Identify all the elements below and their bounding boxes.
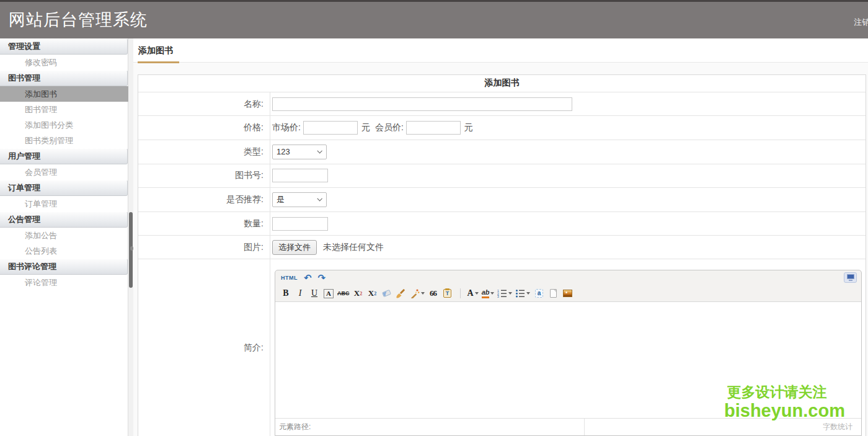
anchor-icon[interactable]: a	[533, 287, 544, 300]
tab-active-indicator	[138, 61, 179, 63]
dropdown-caret-icon	[508, 292, 512, 295]
chevron-down-icon	[317, 148, 322, 153]
sidebar-section-notices[interactable]: 公告管理	[0, 211, 128, 228]
form-row-type: 类型: 123	[138, 140, 866, 164]
new-page-icon[interactable]	[547, 287, 559, 300]
paste-as-text-icon[interactable]: T	[442, 287, 453, 300]
watermark: 更多设计请关注 bisheyun.com	[724, 385, 830, 420]
recommend-select-value: 是	[277, 194, 285, 205]
sidebar-item-change-password[interactable]: 修改密码	[0, 55, 128, 70]
font-style-icon[interactable]: A	[324, 289, 334, 298]
undo-icon[interactable]: ↶	[304, 272, 312, 283]
sidebar-item-add-book[interactable]: 添加图书	[0, 86, 133, 102]
quantity-label: 数量:	[138, 212, 270, 236]
strikethrough-icon[interactable]: ABC	[337, 287, 350, 300]
svg-text:3: 3	[497, 295, 499, 298]
insert-image-icon[interactable]	[562, 287, 573, 300]
member-price-label: 会员价:	[375, 122, 404, 133]
sidebar-menu: 管理设置 修改密码 图书管理 添加图书 图书管理 添加图书分类 图书类别管理 用…	[0, 38, 128, 436]
sidebar-item-book-manage[interactable]: 图书管理	[0, 102, 128, 117]
element-path-label: 元素路径:	[279, 419, 311, 435]
intro-label: 简介:	[138, 259, 270, 436]
type-select-value: 123	[277, 147, 290, 156]
unordered-list-icon[interactable]	[515, 287, 530, 300]
toolbar-separator	[460, 288, 461, 298]
sidebar-section-comments[interactable]: 图书评论管理	[0, 259, 128, 275]
watermark-url: bisheyun.com	[724, 401, 830, 420]
dropdown-caret-icon	[490, 292, 494, 295]
app-title: 网站后台管理系统	[9, 9, 148, 31]
recommend-label: 是否推荐:	[138, 188, 270, 211]
file-status-text: 未选择任何文件	[323, 242, 384, 253]
underline-icon[interactable]: U	[309, 287, 320, 300]
quantity-input[interactable]	[272, 217, 328, 231]
superscript-icon[interactable]: X2	[353, 287, 364, 300]
html-source-icon[interactable]: HTML	[281, 275, 298, 281]
sidebar-item-comment-manage[interactable]: 评论管理	[0, 275, 128, 290]
form-row-book-no: 图书号:	[138, 164, 866, 189]
add-book-form: 添加图书 名称: 价格: 市场价: 元 会员价: 元 类型: 123	[138, 74, 866, 436]
member-price-unit: 元	[464, 122, 473, 133]
recommend-select[interactable]: 是	[272, 192, 327, 207]
sidebar-item-book-category-manage[interactable]: 图书类别管理	[0, 133, 128, 148]
monitor-stand	[849, 280, 852, 281]
sidebar-item-member-manage[interactable]: 会员管理	[0, 164, 128, 180]
eraser-icon[interactable]	[381, 287, 392, 300]
sidebar-item-add-book-category[interactable]: 添加图书分类	[0, 117, 128, 133]
sidebar-section-settings[interactable]: 管理设置	[0, 38, 128, 55]
form-row-name: 名称:	[138, 92, 866, 117]
type-select[interactable]: 123	[272, 145, 327, 159]
form-row-quantity: 数量:	[138, 212, 866, 236]
editor-toolbar-row1: HTML ↶ ↷	[275, 270, 861, 285]
sidebar-section-users[interactable]: 用户管理	[0, 148, 128, 164]
sidebar-scrollbar-grip[interactable]	[130, 246, 133, 251]
bold-icon[interactable]: B	[280, 287, 291, 300]
dropdown-caret-icon	[421, 292, 425, 295]
status-bar-divider	[584, 419, 585, 435]
market-price-input[interactable]	[303, 121, 358, 135]
fullscreen-icon[interactable]	[844, 272, 857, 283]
paint-brush-icon[interactable]	[396, 287, 407, 300]
logout-link[interactable]: 注销	[854, 17, 868, 28]
editor-toolbar-row2: B I U A ABC X2 X2	[275, 285, 861, 301]
sidebar-section-orders[interactable]: 订单管理	[0, 180, 128, 196]
choose-file-button[interactable]: 选择文件	[272, 240, 317, 255]
main-content: 添加图书 添加图书 名称: 价格: 市场价: 元 会员价: 元 类型:	[133, 38, 868, 436]
name-input[interactable]	[272, 97, 572, 111]
tab-add-book[interactable]: 添加图书	[138, 38, 173, 63]
member-price-input[interactable]	[406, 121, 461, 135]
watermark-text: 更多设计请关注	[724, 385, 830, 401]
ordered-list-icon[interactable]: 1 2 3	[497, 287, 512, 300]
magic-wand-icon[interactable]	[410, 287, 425, 300]
blockquote-icon[interactable]: 66	[428, 287, 439, 300]
top-header: 网站后台管理系统 注销	[0, 0, 868, 38]
font-color-icon[interactable]: A	[467, 287, 479, 300]
word-count-label: 字数统计	[823, 419, 852, 435]
book-no-input[interactable]	[272, 169, 328, 182]
market-price-unit: 元	[361, 122, 370, 133]
sidebar-item-order-manage[interactable]: 订单管理	[0, 196, 128, 211]
subscript-icon[interactable]: X2	[367, 287, 378, 300]
form-row-recommend: 是否推荐: 是	[138, 188, 866, 212]
market-price-label: 市场价:	[272, 122, 301, 133]
form-title: 添加图书	[138, 75, 866, 92]
dropdown-caret-icon	[526, 292, 530, 295]
italic-icon[interactable]: I	[294, 287, 306, 300]
image-label: 图片:	[138, 236, 270, 259]
redo-icon[interactable]: ↷	[318, 272, 326, 283]
dropdown-caret-icon	[475, 292, 479, 295]
price-label: 价格:	[138, 116, 270, 140]
type-label: 类型:	[138, 140, 270, 164]
form-row-image: 图片: 选择文件 未选择任何文件	[138, 236, 866, 259]
sidebar-item-notice-list[interactable]: 公告列表	[0, 243, 128, 259]
form-row-price: 价格: 市场价: 元 会员价: 元	[138, 116, 866, 140]
highlight-color-icon[interactable]: ab	[482, 287, 495, 300]
name-label: 名称:	[138, 92, 270, 116]
book-no-label: 图书号:	[138, 164, 270, 188]
sidebar-section-books[interactable]: 图书管理	[0, 70, 128, 86]
monitor-screen	[847, 274, 854, 279]
chevron-down-icon	[317, 196, 322, 201]
sidebar-item-add-notice[interactable]: 添加公告	[0, 228, 128, 243]
tab-strip: 添加图书	[133, 38, 868, 63]
